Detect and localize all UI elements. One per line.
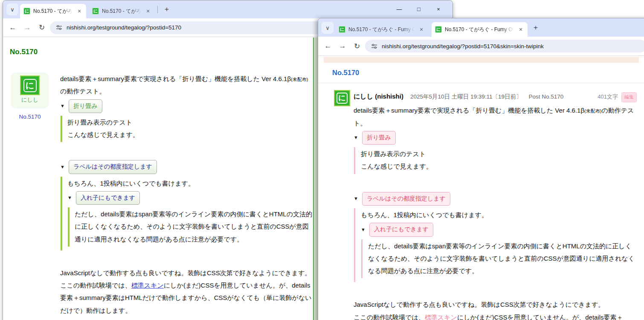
fold-details: ▼ 折り畳み 折り畳み表示のテスト こんな感じで見えます。 xyxy=(60,99,313,143)
tab-1[interactable]: に No.5170 - てがろぐ - Fumy Otega × xyxy=(335,22,428,37)
fold-label: 入れ子にもできます xyxy=(76,191,140,205)
tab-close-icon[interactable]: × xyxy=(145,8,151,15)
forward-button[interactable]: → xyxy=(21,21,34,34)
minimize-button[interactable]: — xyxy=(389,6,409,12)
blank-line xyxy=(354,285,637,298)
post: に にしし No.5170 details要素＋summary要素で実現される「… xyxy=(10,73,313,317)
reload-button[interactable]: ↻ xyxy=(35,21,48,34)
tegalog-favicon-icon: に xyxy=(435,26,442,33)
avatar-icon[interactable]: に xyxy=(334,90,350,106)
fold-details: ▼ ラベルはその都度指定します もちろん、1投稿内にいくつでも書けます。 ▼ 入… xyxy=(354,192,637,282)
fold-text: もちろん、1投稿内にいくつでも書けます。 xyxy=(361,209,637,221)
tegalog-favicon-icon: に xyxy=(92,8,99,15)
triangle-marker-icon: ▼ xyxy=(67,193,72,202)
avatar-glyph: に xyxy=(23,79,37,92)
post-paragraph: details要素＋summary要素で実現される「折り畳む」機能を搭載した V… xyxy=(60,73,313,98)
new-tab-button[interactable]: + xyxy=(530,22,541,33)
tegalog-favicon-icon: に xyxy=(339,26,345,33)
blank-line xyxy=(60,253,313,267)
post-paragraph: details要素＋summary要素で実現される「折り畳む」機能を搭載した V… xyxy=(354,104,637,129)
fold-text: もちろん、1投稿内にいくつでも書けます。 xyxy=(67,177,313,189)
pink-header-strip xyxy=(324,57,639,63)
fold-text: ただし、details要素はspan要素等のインライン要素の内側に書くとHTML… xyxy=(75,208,313,245)
tab-search-button[interactable]: ∨ xyxy=(6,3,18,15)
avatar-glyph: に xyxy=(337,93,348,104)
fold-text: こんな感じで見えます。 xyxy=(67,128,313,141)
reload-button[interactable]: ↻ xyxy=(351,40,363,52)
fold-summary[interactable]: ▼ 入れ子にもできます xyxy=(67,191,313,205)
fold-content: 折り畳み表示のテスト こんな感じで見えます。 xyxy=(61,116,313,143)
url-bar[interactable]: nishishi.org/testground/tegalog/?postid=… xyxy=(365,40,644,52)
fold-summary[interactable]: ▼ ラベルはその都度指定します xyxy=(354,192,637,206)
site-settings-icon[interactable] xyxy=(371,43,377,49)
edit-button[interactable]: 編集 xyxy=(621,92,637,102)
post-paragraph: ここの動作試験場では、標準スキンにしか(まだ)CSSを用意していません。が、de… xyxy=(60,279,313,317)
tab-1[interactable]: に No.5170 - てがろぐ - Fumy Otega × xyxy=(20,4,86,18)
post-author[interactable]: にしし (nishishi) xyxy=(354,90,403,102)
post-date[interactable]: 2025年5月10日 土曜日 19:39:11〔19日前〕 xyxy=(410,91,522,102)
fold-content: もちろん、1投稿内にいくつでも書けます。 ▼ 入れ子にもできます ただし、det… xyxy=(61,177,313,250)
standard-skin-link[interactable]: 標準スキン xyxy=(425,314,457,320)
chevron-down-icon: ∨ xyxy=(10,6,15,13)
avatar-column: に にしし No.5170 xyxy=(10,73,58,317)
tab-title: No.5170 - てがろぐ - Fumy Otega xyxy=(102,8,141,15)
forward-button[interactable]: → xyxy=(336,40,349,52)
titlebar: ∨ に No.5170 - てがろぐ - Fumy Otega × に No.5… xyxy=(3,0,453,18)
maximize-button[interactable]: □ xyxy=(409,6,429,12)
fold-label: ラベルはその都度指定します xyxy=(69,160,157,174)
post-heading: No.5170 xyxy=(10,48,313,56)
main-column: No.5170 に にしし No.5170 details要素＋summary要… xyxy=(3,38,314,320)
fold-details-nested: ▼ 入れ子にもできます ただし、details要素はspan要素等のインライン要… xyxy=(67,191,313,247)
tab-2[interactable]: に No.5170 - てがろぐ - Fumy Otega × xyxy=(432,22,528,37)
fold-content: 折り畳み表示のテスト こんな感じで見えます。 xyxy=(354,147,637,174)
tab-close-icon[interactable]: × xyxy=(517,26,524,33)
fold-details: ▼ 折り畳み 折り畳み表示のテスト こんな感じで見えます。 xyxy=(354,131,637,174)
fold-summary[interactable]: ▼ 入れ子にもできます xyxy=(361,223,637,236)
avatar-card[interactable]: に にしし xyxy=(11,73,49,108)
post-number: Post No.5170 xyxy=(529,91,564,102)
tab-close-icon[interactable]: × xyxy=(418,26,425,33)
post-content: details要素＋summary要素で実現される「折り畳む」機能を搭載した V… xyxy=(354,104,637,320)
fold-label: 入れ子にもできます xyxy=(369,223,433,236)
window-controls: — □ × xyxy=(389,0,448,17)
fold-details: ▼ ラベルはその都度指定します もちろん、1投稿内にいくつでも書けます。 ▼ 入… xyxy=(60,160,313,250)
fold-label: ラベルはその都度指定します xyxy=(362,192,450,206)
page-twipink-skin: No.5170 に にしし (nishishi) 2025年5月10日 土曜日 … xyxy=(318,56,644,320)
tab-search-button[interactable]: ∨ xyxy=(322,22,334,34)
back-button[interactable]: ← xyxy=(6,21,19,34)
tab-divider xyxy=(157,6,158,13)
post-number-link[interactable]: No.5170 xyxy=(11,113,49,120)
avatar-icon: に xyxy=(20,76,40,95)
triangle-marker-icon: ▼ xyxy=(361,225,366,234)
fold-content: もちろん、1投稿内にいくつでも書けます。 ▼ 入れ子にもできます ただし、det… xyxy=(354,208,637,282)
blank-line xyxy=(60,145,313,158)
fold-content: ただし、details要素はspan要素等のインライン要素の内側に書くとHTML… xyxy=(361,239,637,279)
fold-label: 折り畳み xyxy=(69,99,102,113)
tab-2[interactable]: に No.5170 - てがろぐ - Fumy Otega × xyxy=(89,4,155,18)
standard-skin-link[interactable]: 標準スキン xyxy=(131,282,164,289)
tab-title: No.5170 - てがろぐ - Fumy Otega xyxy=(348,26,415,33)
new-tab-button[interactable]: + xyxy=(161,4,172,15)
post-heading: No.5170 xyxy=(332,69,644,77)
post-header: にしし (nishishi) 2025年5月10日 土曜日 19:39:11〔1… xyxy=(354,90,637,102)
triangle-marker-icon: ▼ xyxy=(60,163,65,172)
chevron-down-icon: ∨ xyxy=(325,25,330,31)
triangle-marker-icon: ▼ xyxy=(354,133,358,142)
fold-summary[interactable]: ▼ ラベルはその都度指定します xyxy=(60,160,313,174)
url-text: nishishi.org/testground/tegalog/?postid=… xyxy=(382,43,544,49)
tab-close-icon[interactable]: × xyxy=(76,8,83,15)
close-button[interactable]: × xyxy=(429,6,448,12)
fold-details-nested: ▼ 入れ子にもできます ただし、details要素はspan要素等のインライン要… xyxy=(361,223,637,278)
post: に にしし (nishishi) 2025年5月10日 土曜日 19:39:11… xyxy=(318,83,644,320)
char-count: 401文字 xyxy=(598,91,618,102)
tab-title: No.5170 - てがろぐ - Fumy Otega xyxy=(445,26,514,33)
tab-title: No.5170 - てがろぐ - Fumy Otega xyxy=(33,8,73,15)
post-paragraph: ここの動作試験場では、標準スキンにしか(まだ)CSSを用意していません。が、de… xyxy=(354,311,637,320)
post-content: details要素＋summary要素で実現される「折り畳む」機能を搭載した V… xyxy=(60,73,313,317)
fold-summary[interactable]: ▼ 折り畳み xyxy=(354,131,637,145)
triangle-marker-icon: ▼ xyxy=(60,102,65,111)
fold-text: 折り畳み表示のテスト xyxy=(361,148,637,160)
site-settings-icon[interactable] xyxy=(56,24,62,31)
back-button[interactable]: ← xyxy=(322,40,334,52)
fold-summary[interactable]: ▼ 折り畳み xyxy=(60,99,313,113)
